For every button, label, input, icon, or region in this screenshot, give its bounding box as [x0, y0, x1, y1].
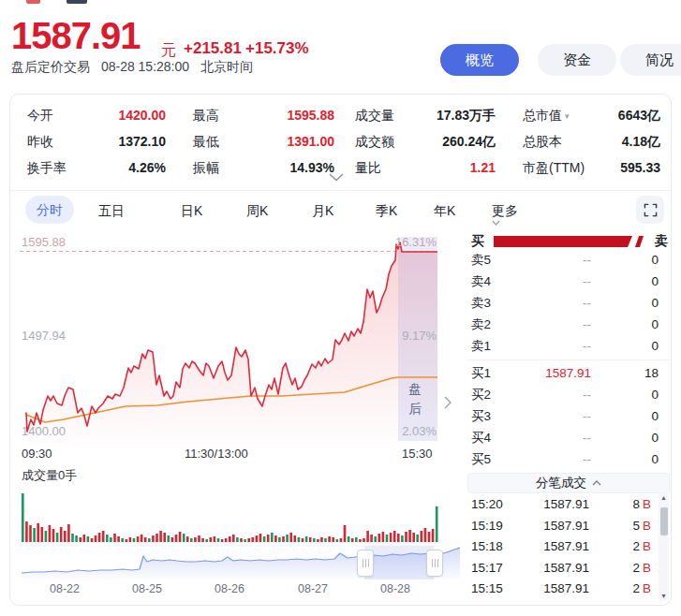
- trade-row: 15:151587.912B: [467, 579, 659, 599]
- order-book-row-买3: 买3--0: [467, 406, 670, 427]
- trade-time: 15:20: [471, 494, 503, 515]
- chart-tab-月K[interactable]: 月K: [312, 201, 333, 220]
- trade-row: 15:181587.912B: [467, 536, 659, 557]
- trade-price: 1587.91: [501, 579, 589, 599]
- expand-chevron-right-icon[interactable]: [444, 396, 452, 409]
- tab-funds[interactable]: 资金: [538, 44, 616, 76]
- after-hours-label: 盘后: [407, 379, 422, 418]
- session-label: 盘后定价交易: [11, 59, 90, 74]
- trade-volume: 2B: [595, 558, 651, 579]
- stat-label-昨收: 昨收: [27, 128, 53, 154]
- trade-side: B: [643, 539, 651, 553]
- level-volume: 0: [595, 428, 659, 448]
- level-name: 买3: [471, 406, 491, 427]
- level-price: --: [505, 385, 591, 405]
- level-price: --: [505, 293, 591, 314]
- stat-label-成交额: 成交额: [355, 128, 394, 154]
- navigator-left-handle[interactable]: [357, 550, 374, 577]
- level-name: 卖2: [471, 315, 491, 335]
- trade-time: 15:19: [471, 516, 503, 536]
- navigator-right-handle[interactable]: [426, 550, 443, 577]
- trade-side: B: [643, 497, 651, 511]
- stock-quote-page: 1587.91 元 +215.81 +15.73% 盘后定价交易 08-28 1…: [0, 0, 681, 616]
- chart-tab-五日[interactable]: 五日: [98, 201, 125, 220]
- level-name: 卖5: [471, 250, 491, 271]
- timezone-label: 北京时间: [200, 59, 253, 74]
- pct-axis-mid-label: 9.17%: [328, 329, 437, 343]
- trade-price: 1587.91: [501, 494, 589, 515]
- navigator-selected-range[interactable]: [364, 546, 434, 579]
- order-book-row-买4: 买4--0: [467, 428, 670, 448]
- current-price: 1587.91: [11, 15, 141, 57]
- level-volume: 0: [595, 271, 659, 292]
- buy-sell-ratio-bar-tip: [635, 236, 644, 247]
- nav-date-08-25: 08-25: [132, 582, 162, 595]
- tab-overview[interactable]: 概览: [440, 44, 519, 76]
- trade-side: B: [643, 561, 651, 575]
- trade-row: 15:191587.915B: [467, 516, 659, 536]
- stat-label-振幅: 振幅: [193, 154, 219, 181]
- trade-volume: 8B: [595, 494, 651, 515]
- stat-value-今开: 1420.00: [63, 102, 166, 128]
- level-price: --: [505, 271, 591, 292]
- trade-side: B: [643, 519, 651, 533]
- y-axis-high-label: 1595.88: [22, 235, 66, 249]
- stats-expand-chevron-down-icon[interactable]: [329, 173, 353, 186]
- stat-value-振幅: 14.93%: [241, 154, 334, 181]
- trade-volume: 5B: [595, 516, 651, 536]
- stat-value-最低: 1391.00: [241, 128, 334, 154]
- trade-time: 15:17: [471, 558, 503, 579]
- scroll-up-icon[interactable]: ▲: [659, 494, 669, 501]
- y-axis-low-label: 1400.00: [22, 424, 66, 438]
- grip-icon: [363, 559, 369, 567]
- divider: [467, 359, 670, 360]
- tick-trades-title: 分笔成交: [536, 475, 586, 491]
- trade-side: B: [643, 581, 651, 595]
- level-name: 卖4: [471, 271, 491, 292]
- tick-trades-header[interactable]: 分笔成交: [467, 473, 670, 493]
- chart-tab-季K[interactable]: 季K: [376, 201, 397, 220]
- trades-scrollbar[interactable]: ▲ ▼: [659, 492, 669, 601]
- trade-row: 15:201587.918B: [467, 494, 659, 515]
- grip-icon: [432, 559, 438, 567]
- nav-date-08-28: 08-28: [380, 582, 410, 595]
- stat-label-成交量: 成交量: [355, 102, 394, 128]
- quote-datetime: 08-28 15:28:00: [101, 59, 189, 74]
- level-volume: 0: [595, 336, 659, 357]
- volume-chart: [22, 484, 439, 542]
- buy-sell-ratio-bar: [494, 236, 632, 247]
- scroll-down-icon[interactable]: ▼: [659, 593, 669, 599]
- chart-tab-周K[interactable]: 周K: [246, 201, 268, 220]
- price-change: +215.81: [184, 39, 242, 58]
- stat-label-今开: 今开: [27, 102, 53, 128]
- y-axis-mid-label: 1497.94: [22, 329, 66, 343]
- tab-profile[interactable]: 简况: [620, 44, 681, 76]
- order-book-row-卖1: 卖1--0: [467, 336, 670, 357]
- chart-tab-分时[interactable]: 分时: [25, 196, 74, 224]
- level-volume: 0: [595, 449, 659, 470]
- quote-card: 今开1420.00最高1595.88成交量17.83万手总市值▾6643亿昨收1…: [9, 94, 672, 606]
- session-info: 盘后定价交易 08-28 15:28:00 北京时间: [11, 59, 260, 76]
- stat-label-换手率: 换手率: [27, 154, 67, 181]
- chevron-up-icon: [592, 480, 601, 486]
- stat-label-最低: 最低: [193, 128, 219, 154]
- level-name: 买5: [471, 449, 491, 470]
- level-price: 1587.91: [505, 363, 591, 384]
- level-volume: 0: [595, 385, 659, 405]
- chart-tab-年K[interactable]: 年K: [434, 201, 455, 220]
- trade-price: 1587.91: [501, 536, 589, 557]
- nav-date-08-26: 08-26: [215, 582, 244, 595]
- level-price: --: [505, 449, 591, 470]
- level-name: 买2: [471, 385, 491, 405]
- nav-date-08-22: 08-22: [50, 582, 80, 595]
- level-name: 卖1: [471, 336, 491, 357]
- chart-tab-日K[interactable]: 日K: [181, 201, 202, 220]
- trade-row: 15:171587.912B: [467, 558, 659, 579]
- currency-unit: 元: [161, 41, 176, 61]
- level-name: 买4: [471, 428, 491, 448]
- order-book-row-买5: 买5--0: [467, 449, 670, 470]
- scrollbar-thumb[interactable]: [660, 507, 668, 535]
- range-navigator[interactable]: [22, 546, 460, 579]
- x-axis-open-label: 09:30: [22, 447, 52, 461]
- order-book-row-卖2: 卖2--0: [467, 315, 670, 335]
